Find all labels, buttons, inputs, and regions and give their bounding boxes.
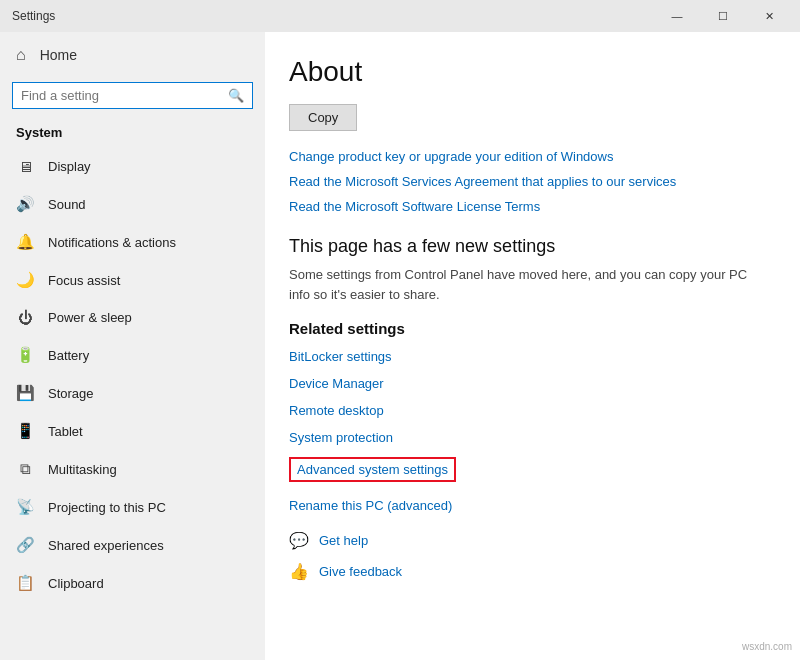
app-body: ⌂ Home 🔍 System 🖥 Display 🔊 Sound 🔔 Noti… bbox=[0, 32, 800, 660]
battery-label: Battery bbox=[48, 348, 89, 363]
clipboard-label: Clipboard bbox=[48, 576, 104, 591]
title-bar-title: Settings bbox=[12, 9, 55, 23]
sidebar-item-notifications[interactable]: 🔔 Notifications & actions bbox=[0, 223, 265, 261]
related-link-3[interactable]: System protection bbox=[289, 430, 768, 445]
notifications-icon: 🔔 bbox=[16, 233, 34, 251]
rename-pc-link[interactable]: Rename this PC (advanced) bbox=[289, 498, 768, 513]
watermark: wsxdn.com bbox=[742, 641, 792, 652]
close-button[interactable]: ✕ bbox=[746, 0, 792, 32]
multitasking-icon: ⧉ bbox=[16, 460, 34, 478]
give-feedback-icon: 👍 bbox=[289, 562, 309, 581]
sound-icon: 🔊 bbox=[16, 195, 34, 213]
storage-icon: 💾 bbox=[16, 384, 34, 402]
new-settings-heading: This page has a few new settings bbox=[289, 236, 768, 257]
search-box: 🔍 bbox=[12, 82, 253, 109]
related-links: BitLocker settingsDevice ManagerRemote d… bbox=[289, 349, 768, 445]
help-section: 💬 Get help 👍 Give feedback bbox=[289, 531, 768, 581]
related-link-0[interactable]: BitLocker settings bbox=[289, 349, 768, 364]
battery-icon: 🔋 bbox=[16, 346, 34, 364]
search-input[interactable] bbox=[21, 88, 222, 103]
sidebar-section-header: System bbox=[0, 121, 265, 148]
related-settings-label: Related settings bbox=[289, 320, 768, 337]
copy-button[interactable]: Copy bbox=[289, 104, 357, 131]
search-icon: 🔍 bbox=[228, 88, 244, 103]
title-bar: Settings — ☐ ✕ bbox=[0, 0, 800, 32]
sidebar-item-battery[interactable]: 🔋 Battery bbox=[0, 336, 265, 374]
sound-label: Sound bbox=[48, 197, 86, 212]
content-links: Change product key or upgrade your editi… bbox=[289, 149, 768, 214]
tablet-icon: 📱 bbox=[16, 422, 34, 440]
new-settings-desc: Some settings from Control Panel have mo… bbox=[289, 265, 768, 304]
tablet-label: Tablet bbox=[48, 424, 83, 439]
notifications-label: Notifications & actions bbox=[48, 235, 176, 250]
content-area: About Copy Change product key or upgrade… bbox=[265, 32, 800, 660]
give-feedback-label: Give feedback bbox=[319, 564, 402, 579]
sidebar: ⌂ Home 🔍 System 🖥 Display 🔊 Sound 🔔 Noti… bbox=[0, 32, 265, 660]
title-bar-controls: — ☐ ✕ bbox=[654, 0, 792, 32]
help-item-get-help[interactable]: 💬 Get help bbox=[289, 531, 768, 550]
page-title: About bbox=[289, 56, 768, 88]
power-label: Power & sleep bbox=[48, 310, 132, 325]
home-icon: ⌂ bbox=[16, 46, 26, 64]
storage-label: Storage bbox=[48, 386, 94, 401]
advanced-system-settings-link[interactable]: Advanced system settings bbox=[289, 457, 456, 482]
clipboard-icon: 📋 bbox=[16, 574, 34, 592]
sidebar-item-display[interactable]: 🖥 Display bbox=[0, 148, 265, 185]
home-label: Home bbox=[40, 47, 77, 63]
related-link-2[interactable]: Remote desktop bbox=[289, 403, 768, 418]
sidebar-item-home[interactable]: ⌂ Home bbox=[0, 32, 265, 78]
display-label: Display bbox=[48, 159, 91, 174]
sidebar-item-tablet[interactable]: 📱 Tablet bbox=[0, 412, 265, 450]
content-link-0[interactable]: Change product key or upgrade your editi… bbox=[289, 149, 768, 164]
maximize-button[interactable]: ☐ bbox=[700, 0, 746, 32]
sidebar-item-shared[interactable]: 🔗 Shared experiences bbox=[0, 526, 265, 564]
sidebar-item-multitasking[interactable]: ⧉ Multitasking bbox=[0, 450, 265, 488]
projecting-icon: 📡 bbox=[16, 498, 34, 516]
help-item-give-feedback[interactable]: 👍 Give feedback bbox=[289, 562, 768, 581]
shared-icon: 🔗 bbox=[16, 536, 34, 554]
content-link-2[interactable]: Read the Microsoft Software License Term… bbox=[289, 199, 768, 214]
projecting-label: Projecting to this PC bbox=[48, 500, 166, 515]
power-icon: ⏻ bbox=[16, 309, 34, 326]
sidebar-item-power[interactable]: ⏻ Power & sleep bbox=[0, 299, 265, 336]
shared-label: Shared experiences bbox=[48, 538, 164, 553]
get-help-icon: 💬 bbox=[289, 531, 309, 550]
display-icon: 🖥 bbox=[16, 158, 34, 175]
sidebar-item-projecting[interactable]: 📡 Projecting to this PC bbox=[0, 488, 265, 526]
related-link-1[interactable]: Device Manager bbox=[289, 376, 768, 391]
focus-icon: 🌙 bbox=[16, 271, 34, 289]
minimize-button[interactable]: — bbox=[654, 0, 700, 32]
sidebar-items: 🖥 Display 🔊 Sound 🔔 Notifications & acti… bbox=[0, 148, 265, 602]
sidebar-item-clipboard[interactable]: 📋 Clipboard bbox=[0, 564, 265, 602]
get-help-label: Get help bbox=[319, 533, 368, 548]
sidebar-item-storage[interactable]: 💾 Storage bbox=[0, 374, 265, 412]
sidebar-item-focus[interactable]: 🌙 Focus assist bbox=[0, 261, 265, 299]
multitasking-label: Multitasking bbox=[48, 462, 117, 477]
focus-label: Focus assist bbox=[48, 273, 120, 288]
content-link-1[interactable]: Read the Microsoft Services Agreement th… bbox=[289, 174, 768, 189]
sidebar-item-sound[interactable]: 🔊 Sound bbox=[0, 185, 265, 223]
